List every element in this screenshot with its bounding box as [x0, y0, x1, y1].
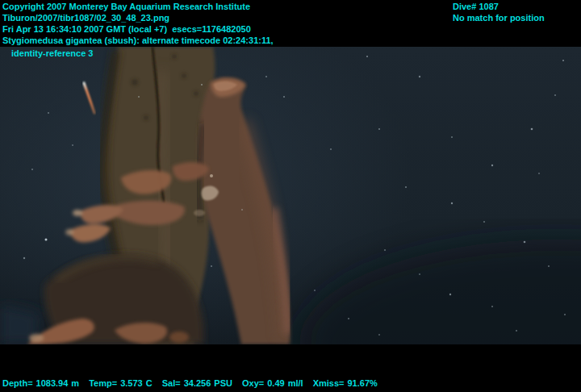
salinity-unit: PSU: [214, 378, 232, 388]
depth-readout: Depth=1083.94m: [2, 378, 79, 388]
salinity-value: 34.256: [184, 378, 211, 388]
dive-number: Dive# 1087: [453, 2, 499, 11]
temp-label: Temp=: [89, 378, 117, 388]
video-overlay-screen: Copyright 2007 Monterey Bay Aquarium Res…: [0, 0, 581, 392]
deep-sea-scene: [0, 47, 581, 344]
depth-unit: m: [71, 378, 79, 388]
white-fold-small: [194, 210, 205, 216]
temp-readout: Temp=3.573C: [89, 378, 152, 388]
video-frame: [0, 47, 581, 344]
temp-unit: C: [146, 378, 153, 388]
file-path-line: Tiburon/2007/tibr1087/02_30_48_23.png: [2, 13, 169, 23]
annotation-line: Stygiomedusa gigantea (sbush): alternate…: [2, 35, 274, 45]
annotation-continuation-line: identity-reference 3: [11, 48, 93, 58]
transmission-label: Xmiss=: [313, 378, 345, 388]
salinity-readout: Sal=34.256PSU: [162, 378, 232, 388]
transmission-value: 91.67%: [347, 378, 377, 388]
transmission-readout: Xmiss=91.67%: [313, 378, 381, 388]
oxygen-readout: Oxy=0.49ml/l: [242, 378, 303, 388]
depth-label: Depth=: [2, 378, 33, 388]
salinity-label: Sal=: [162, 378, 181, 388]
status-bar: Depth=1083.94m Temp=3.573C Sal=34.256PSU…: [2, 378, 388, 388]
temp-value: 3.573: [120, 378, 143, 388]
bright-speck: [210, 174, 213, 177]
position-status: No match for position: [453, 13, 545, 23]
oxygen-label: Oxy=: [242, 378, 264, 388]
depth-value: 1083.94: [36, 378, 69, 388]
copyright-line: Copyright 2007 Monterey Bay Aquarium Res…: [2, 2, 250, 11]
timestamp-line: Fri Apr 13 16:34:10 2007 GMT (local +7) …: [2, 24, 251, 34]
oxygen-unit: ml/l: [288, 378, 303, 388]
oxygen-value: 0.49: [267, 378, 284, 388]
